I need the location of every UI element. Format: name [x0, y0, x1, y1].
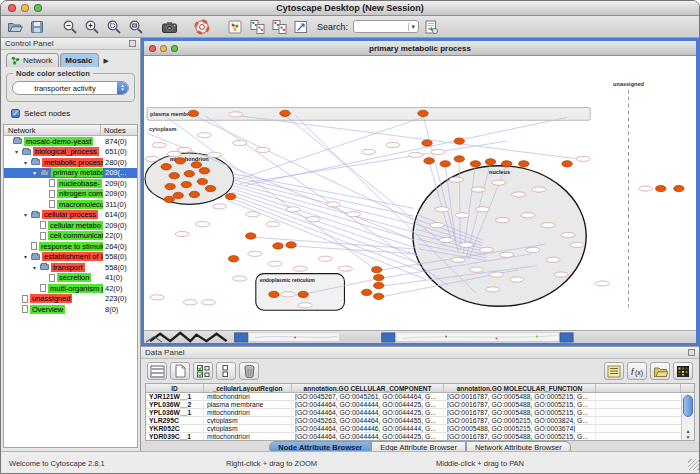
network-node[interactable] — [496, 218, 510, 223]
network-node[interactable] — [362, 149, 376, 154]
unselect-attributes-icon[interactable] — [216, 362, 236, 380]
tree-row-nitrogen-compo[interactable]: nitrogen compo209(0) — [4, 189, 137, 200]
network-node[interactable] — [248, 251, 262, 256]
tree-row-establishment-of-lo[interactable]: ▾establishment of lo558(0) — [4, 252, 137, 263]
column-header[interactable] — [596, 384, 681, 392]
select-nodes-checkbox[interactable]: ✓ — [11, 109, 20, 118]
network-node[interactable] — [532, 187, 546, 192]
network-node-selected[interactable] — [280, 110, 290, 116]
network-node[interactable] — [346, 212, 360, 217]
network-node[interactable] — [492, 180, 506, 185]
tree-row-response-to-stimulu[interactable]: response to stimulu264(0) — [4, 241, 137, 252]
table-row[interactable]: YLR295Ccytoplasm[GO:0045263, GO:0044464,… — [146, 417, 694, 425]
scrollbar-thumb[interactable] — [683, 395, 693, 417]
import-attributes-icon[interactable] — [650, 362, 670, 380]
network-node-selected[interactable] — [246, 233, 256, 239]
column-header[interactable]: annotation.GO MOLECULAR_FUNCTION — [444, 384, 596, 392]
network-node-selected[interactable] — [440, 161, 450, 167]
vizmapper-icon[interactable] — [225, 17, 245, 36]
zoom-selected-icon[interactable] — [104, 17, 124, 36]
new-view-icon[interactable] — [269, 17, 289, 36]
network-canvas[interactable]: plasma membranecytoplasmmitochondrionnuc… — [144, 56, 696, 330]
minimized-views-strip[interactable] — [144, 330, 696, 343]
network-node[interactable] — [306, 217, 320, 222]
tree-col-network[interactable]: Network — [4, 125, 101, 135]
expand-arrow-icon[interactable]: ▾ — [24, 159, 31, 166]
network-node[interactable] — [293, 266, 307, 271]
network-node-selected[interactable] — [361, 289, 371, 295]
scrollbar-arrows-icon[interactable]: ▲▼ — [682, 428, 694, 440]
column-header[interactable]: ID — [146, 384, 204, 392]
network-node-selected[interactable] — [225, 193, 235, 199]
network-node[interactable] — [386, 142, 400, 147]
network-node[interactable] — [554, 272, 568, 277]
zoom-out-icon[interactable] — [60, 17, 80, 36]
network-node[interactable] — [431, 149, 445, 154]
network-node[interactable] — [435, 207, 449, 212]
tab-mosaic[interactable]: Mosaic — [60, 53, 99, 67]
network-node-selected[interactable] — [197, 178, 207, 184]
network-node-selected[interactable] — [454, 156, 464, 162]
network-node-selected[interactable] — [191, 162, 201, 168]
network-node[interactable] — [233, 276, 247, 281]
table-scrollbar[interactable]: ▲▼ — [681, 394, 694, 440]
attribute-list-icon[interactable] — [604, 362, 624, 380]
matrix-icon[interactable] — [673, 362, 693, 380]
annotation-icon[interactable] — [291, 17, 311, 36]
network-node-selected[interactable] — [228, 256, 238, 262]
tree-row-cell-communicat[interactable]: cell communicat22(0) — [4, 231, 137, 242]
tree-row-biological-process[interactable]: ▾biological_process651(0) — [4, 147, 137, 158]
network-node[interactable] — [455, 213, 469, 218]
network-node[interactable] — [570, 242, 584, 247]
network-node[interactable] — [541, 223, 555, 228]
network-node[interactable] — [479, 247, 493, 252]
network-node[interactable] — [145, 156, 159, 161]
network-node-selected[interactable] — [164, 196, 174, 202]
table-row[interactable]: YJR121W__1mitochondrion[GO:0045267, GO:0… — [146, 393, 694, 401]
import-network-icon[interactable] — [421, 17, 441, 36]
column-header[interactable]: annotation.GO CELLULAR_COMPONENT — [292, 384, 444, 392]
network-node-selected[interactable] — [454, 138, 464, 144]
formula-icon[interactable]: f(x) — [627, 362, 647, 380]
network-node-selected[interactable] — [199, 168, 209, 174]
network-node-selected[interactable] — [373, 282, 383, 288]
expand-arrow-icon[interactable]: ▾ — [33, 169, 40, 176]
tree-row-metabolic-process[interactable]: ▾metabolic process280(0) — [4, 157, 137, 168]
network-node[interactable] — [286, 207, 300, 212]
network-node-selected[interactable] — [371, 266, 381, 272]
network-node[interactable] — [490, 272, 504, 277]
network-node[interactable] — [471, 187, 485, 192]
select-attributes-icon[interactable] — [193, 362, 213, 380]
network-node[interactable] — [439, 237, 453, 242]
network-node[interactable] — [485, 287, 499, 292]
network-node[interactable] — [233, 140, 247, 145]
zoom-fit-icon[interactable] — [126, 17, 146, 36]
network-node[interactable] — [281, 292, 295, 297]
table-row[interactable]: YKR052Ccytoplasm[GO:0044464, GO:0044446,… — [146, 425, 694, 433]
network-node-selected[interactable] — [175, 158, 185, 164]
expand-arrow-icon[interactable]: ▾ — [24, 253, 31, 260]
attribute-table-icon[interactable] — [147, 362, 167, 380]
network-node[interactable] — [318, 256, 332, 261]
float-panel-icon[interactable] — [129, 40, 136, 47]
expand-arrow-icon[interactable]: ▾ — [33, 264, 40, 271]
network-node[interactable] — [576, 156, 590, 161]
network-node[interactable] — [521, 213, 535, 218]
network-node-selected[interactable] — [562, 161, 572, 167]
tab-network[interactable]: Network — [6, 53, 59, 67]
network-node-selected[interactable] — [501, 161, 511, 167]
tree-row-transport[interactable]: ▾transport558(0) — [4, 262, 137, 273]
network-node[interactable] — [409, 152, 423, 157]
tree-row-cellular-metabo[interactable]: cellular metabo209(0) — [4, 220, 137, 231]
float-data-panel-icon[interactable] — [688, 349, 695, 356]
network-node-selected[interactable] — [424, 158, 434, 164]
network-node[interactable] — [266, 222, 280, 227]
tree-row-mosaic-demo-yeast[interactable]: mosaic-demo-yeast874(0) — [4, 136, 137, 147]
tree-col-nodes[interactable]: Nodes — [101, 125, 137, 135]
network-node-selected[interactable] — [373, 274, 383, 280]
network-node-selected[interactable] — [286, 242, 296, 248]
network-node[interactable] — [510, 277, 524, 282]
network-node-selected[interactable] — [656, 185, 666, 191]
network-node[interactable] — [430, 223, 444, 228]
network-node[interactable] — [183, 300, 197, 305]
